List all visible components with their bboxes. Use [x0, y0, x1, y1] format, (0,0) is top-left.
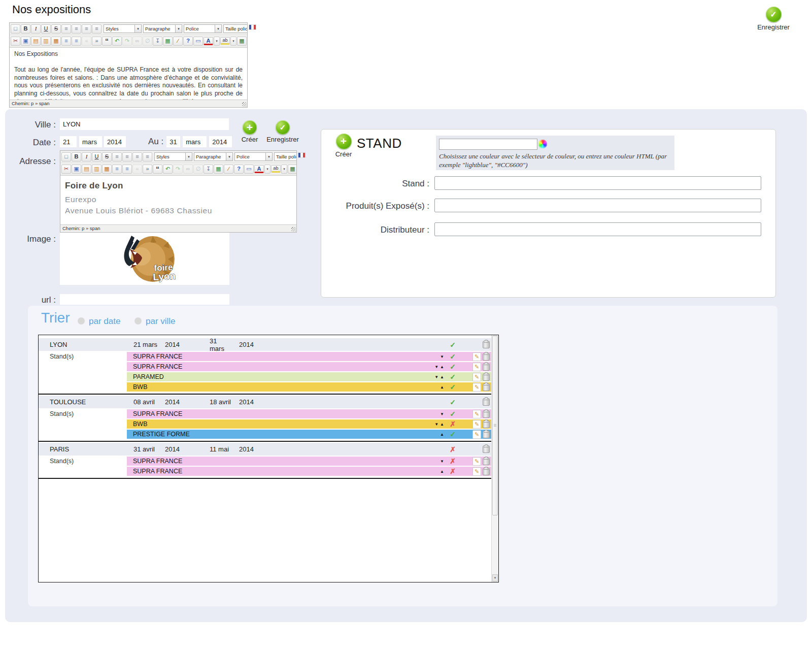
strikethrough-icon[interactable]: S — [102, 152, 112, 161]
copy-icon[interactable]: ▣ — [72, 165, 81, 174]
highlight-color-caret[interactable]: ▾ — [281, 165, 287, 174]
italic-icon[interactable]: I — [82, 152, 91, 161]
move-up-icon[interactable]: ▲ — [440, 375, 444, 379]
editor-content[interactable]: Foire de Lyon Eurexpo Avenue Louis Bléri… — [60, 175, 296, 224]
delete-button[interactable] — [483, 458, 490, 465]
adresse-editor[interactable]: □BIUS≡≡≡≡Styles▾Paragraphe▾Police▾Taille… — [60, 150, 297, 233]
delete-button[interactable] — [483, 353, 490, 361]
edit-button[interactable]: ✎ — [472, 352, 481, 361]
html-source-icon[interactable]: ▭ — [193, 37, 203, 46]
produits-input[interactable] — [434, 199, 761, 212]
par-ville-label[interactable]: par ville — [146, 316, 176, 327]
move-down-icon[interactable]: ▼ — [434, 375, 438, 379]
help-icon[interactable]: ? — [183, 37, 193, 46]
paste-word-icon[interactable]: ▦ — [102, 165, 112, 174]
delete-button[interactable] — [483, 420, 490, 428]
redo-icon[interactable]: ↷ — [173, 165, 183, 174]
align-left-icon[interactable]: ≡ — [112, 152, 122, 161]
unlink-icon[interactable]: ∅ — [193, 165, 203, 174]
move-up-icon[interactable]: ▲ — [440, 432, 444, 437]
html-source-icon[interactable]: ▭ — [244, 165, 254, 174]
font-size-select[interactable]: Taille police — [223, 24, 247, 33]
edit-button[interactable]: ✎ — [472, 373, 481, 381]
cleanup-icon[interactable]: ∕ — [224, 165, 233, 174]
paragraph-select-caret-icon[interactable]: ▾ — [176, 24, 182, 33]
stand-bar[interactable]: SUPRA FRANCE▼✓✎ — [127, 409, 492, 418]
distributeur-input[interactable] — [434, 222, 761, 236]
resize-grip-icon[interactable] — [242, 102, 247, 107]
align-right-icon[interactable]: ≡ — [82, 24, 91, 34]
edit-button[interactable]: ✎ — [472, 383, 481, 392]
date-to-day-input[interactable] — [166, 136, 180, 147]
edit-button[interactable]: ✎ — [472, 410, 481, 418]
new-document-icon[interactable]: □ — [11, 24, 20, 34]
delete-button[interactable] — [483, 431, 490, 438]
stand-bar[interactable]: SUPRA FRANCE▼✗✎ — [127, 457, 492, 466]
status-error-icon[interactable]: ✗ — [448, 445, 457, 453]
radio-par-ville[interactable] — [134, 317, 142, 325]
delete-button[interactable] — [483, 410, 490, 418]
date-from-month-input[interactable] — [79, 136, 102, 147]
font-select[interactable]: Police — [234, 152, 266, 161]
date-to-year-input[interactable] — [209, 136, 232, 147]
stand-bar[interactable]: BWB▲✓✎ — [127, 382, 492, 392]
numbered-list-icon[interactable]: ≡ — [72, 37, 81, 46]
status-error-icon[interactable]: ✗ — [448, 420, 457, 428]
styles-select[interactable]: Styles — [154, 152, 186, 161]
styles-select-caret-icon[interactable]: ▾ — [135, 24, 142, 33]
paste-word-icon[interactable]: ▦ — [51, 37, 61, 46]
save-check-icon[interactable]: ✓ — [766, 7, 782, 22]
status-error-icon[interactable]: ✗ — [448, 457, 457, 465]
editor-content[interactable]: Nos Expositions Tout au long de l'année,… — [10, 47, 247, 100]
creer-exposition-button[interactable]: + Créer — [233, 120, 266, 143]
move-down-icon[interactable]: ▼ — [440, 354, 444, 359]
status-ok-icon[interactable]: ✓ — [448, 410, 457, 418]
text-color-caret[interactable]: ▾ — [214, 37, 220, 46]
delete-button[interactable] — [483, 383, 490, 391]
edit-button[interactable]: ✎ — [472, 467, 481, 476]
cleanup-icon[interactable]: ∕ — [173, 37, 183, 46]
redo-icon[interactable]: ↷ — [122, 37, 132, 46]
status-ok-icon[interactable]: ✓ — [448, 363, 457, 371]
plus-icon[interactable]: + — [243, 120, 257, 135]
move-down-icon[interactable]: ▼ — [440, 412, 444, 416]
outdent-icon[interactable]: « — [132, 165, 142, 174]
edit-button[interactable]: ✎ — [472, 363, 481, 371]
align-center-icon[interactable]: ≡ — [72, 24, 81, 34]
paragraph-select[interactable]: Paragraphe — [194, 152, 226, 161]
delete-button[interactable] — [483, 468, 490, 475]
strikethrough-icon[interactable]: S — [51, 24, 61, 34]
stand-name-input[interactable] — [434, 176, 761, 190]
text-color-icon[interactable]: A — [254, 165, 264, 173]
table-icon[interactable]: ▦ — [237, 37, 247, 46]
ville-input[interactable] — [60, 118, 229, 130]
highlight-color-caret[interactable]: ▾ — [230, 37, 236, 46]
status-ok-icon[interactable]: ✓ — [448, 341, 457, 349]
save-check-icon[interactable]: ✓ — [276, 120, 290, 135]
resize-grip-icon[interactable] — [291, 227, 296, 232]
new-document-icon[interactable]: □ — [61, 152, 71, 161]
date-from-year-input[interactable] — [104, 136, 126, 147]
undo-icon[interactable]: ↶ — [163, 165, 173, 174]
undo-icon[interactable]: ↶ — [112, 37, 122, 46]
status-ok-icon[interactable]: ✓ — [448, 352, 457, 361]
delete-button[interactable] — [483, 363, 490, 371]
underline-icon[interactable]: U — [92, 152, 101, 161]
align-right-icon[interactable]: ≡ — [132, 152, 142, 161]
status-ok-icon[interactable]: ✓ — [448, 398, 457, 406]
align-left-icon[interactable]: ≡ — [61, 24, 71, 34]
status-error-icon[interactable]: ✗ — [448, 467, 457, 475]
stand-bar[interactable]: SUPRA FRANCE▼✓✎ — [127, 352, 492, 361]
delete-button[interactable] — [483, 398, 490, 406]
anchor-icon[interactable]: ↧ — [153, 37, 162, 46]
paste-icon[interactable]: ▤ — [82, 165, 91, 174]
status-ok-icon[interactable]: ✓ — [448, 383, 457, 391]
date-from-day-input[interactable] — [60, 136, 77, 147]
status-ok-icon[interactable]: ✓ — [448, 373, 457, 381]
italic-icon[interactable]: I — [31, 24, 41, 34]
move-down-icon[interactable]: ▼ — [440, 459, 444, 464]
blockquote-icon[interactable]: “ — [102, 37, 112, 46]
paste-text-icon[interactable]: ▥ — [41, 37, 51, 46]
edit-button[interactable]: ✎ — [472, 457, 481, 466]
move-up-icon[interactable]: ▲ — [440, 385, 444, 390]
